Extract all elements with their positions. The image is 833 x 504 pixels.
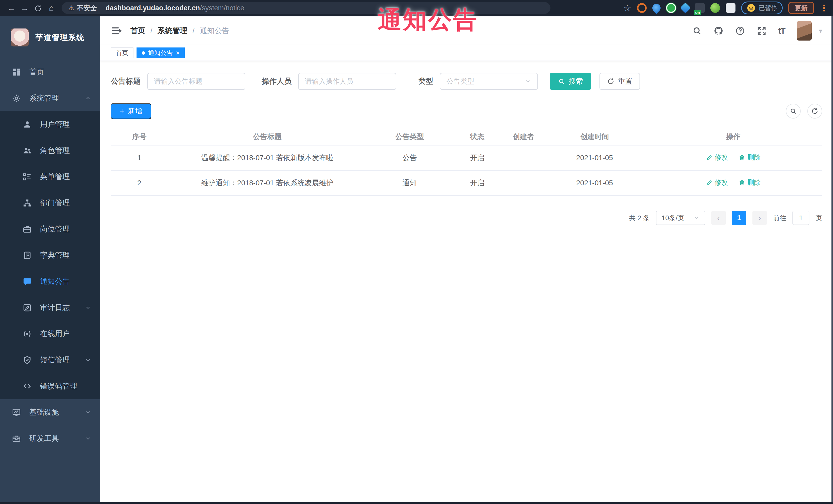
edit-button[interactable]: 修改 [706, 178, 728, 187]
app-logo [11, 28, 29, 46]
sidebar-item-sms[interactable]: 短信管理 [0, 347, 100, 373]
extension-gem-icon[interactable] [680, 3, 691, 13]
extension-icon[interactable] [637, 3, 647, 13]
pencil-icon [706, 154, 713, 161]
status-text: 开启 [452, 170, 502, 195]
help-icon[interactable] [735, 26, 745, 36]
pencil-icon [706, 179, 713, 186]
tree-list-icon [23, 172, 32, 182]
table-row: 1 温馨提醒：2018-07-01 若依新版本发布啦 公告 开启 2021-01… [111, 145, 822, 170]
next-page-button[interactable]: › [753, 211, 767, 225]
dashboard-icon [12, 68, 21, 77]
online-icon [23, 329, 32, 338]
chevron-up-icon [85, 95, 91, 102]
briefcase-icon [23, 224, 32, 234]
emoji-avatar [746, 3, 756, 13]
active-dot [142, 51, 145, 55]
tags-view: 首页 通知公告 × [100, 45, 833, 61]
org-tree-icon [23, 198, 32, 208]
title-label: 公告标题 [111, 76, 141, 87]
title-input[interactable] [147, 73, 245, 90]
col-no: 序号 [111, 128, 168, 145]
edit-button[interactable]: 修改 [706, 153, 728, 162]
type-select[interactable]: 公告类型 [440, 73, 538, 90]
user-avatar[interactable] [797, 21, 812, 41]
refresh-icon [811, 107, 818, 115]
page-content: 公告标题 操作人员 类型 公告类型 搜索 重置 [100, 61, 833, 502]
col-created: 创建时间 [545, 128, 644, 145]
search-button[interactable]: 搜索 [550, 73, 591, 90]
url-text[interactable]: dashboard.yudao.iocoder.cn/system/notice [105, 4, 244, 12]
add-button[interactable]: + 新增 [111, 103, 151, 119]
tag-notices[interactable]: 通知公告 × [137, 47, 185, 58]
annotation-overlay: 通知公告 [378, 4, 478, 36]
sidebar-item-dictionary[interactable]: 字典管理 [0, 242, 100, 268]
sidebar-item-home[interactable]: 首页 [0, 59, 100, 85]
table-header-row: 序号 公告标题 公告类型 状态 创建者 创建时间 操作 [111, 128, 822, 145]
goto-page-input[interactable] [792, 211, 809, 225]
reset-button[interactable]: 重置 [599, 73, 640, 90]
update-button[interactable]: 更新 [788, 2, 814, 14]
extensions-puzzle-icon[interactable] [726, 3, 736, 13]
refresh-table-button[interactable] [807, 104, 822, 119]
sidebar-item-notices[interactable]: 通知公告 [0, 268, 100, 295]
github-icon[interactable] [714, 26, 723, 36]
filter-form: 公告标题 操作人员 类型 公告类型 搜索 重置 [111, 73, 822, 90]
sidebar-item-roles[interactable]: 角色管理 [0, 138, 100, 164]
sidebar-item-audit-log[interactable]: 审计日志 [0, 295, 100, 321]
edit-square-icon [23, 303, 32, 312]
sidebar-item-devtools[interactable]: 研发工具 [0, 426, 100, 452]
current-page-button[interactable]: 1 [732, 211, 746, 225]
sidebar-item-infrastructure[interactable]: 基础设施 [0, 399, 100, 426]
operator-input[interactable] [298, 73, 396, 90]
col-title: 公告标题 [168, 128, 367, 145]
toggle-search-button[interactable] [786, 104, 801, 119]
sidebar-item-system[interactable]: 系统管理 [0, 85, 100, 111]
sidebar-item-online-users[interactable]: 在线用户 [0, 321, 100, 347]
chevron-down-icon [693, 215, 699, 221]
breadcrumb-home[interactable]: 首页 [130, 26, 145, 36]
chevron-down-icon [85, 409, 91, 416]
col-actions: 操作 [644, 128, 822, 145]
sidebar-item-departments[interactable]: 部门管理 [0, 190, 100, 216]
extension-on-badge: on [694, 10, 701, 15]
reload-icon[interactable] [31, 3, 45, 13]
delete-button[interactable]: 删除 [739, 153, 761, 162]
user-icon [23, 120, 32, 129]
bookmark-star-icon[interactable]: ☆ [624, 3, 631, 13]
fullscreen-icon[interactable] [757, 26, 766, 36]
avatar-caret-icon[interactable]: ▾ [819, 27, 822, 35]
delete-button[interactable]: 删除 [739, 178, 761, 187]
page-size-select[interactable]: 10条/页 [656, 211, 705, 225]
extension-green-icon[interactable] [666, 3, 676, 13]
tag-home[interactable]: 首页 [111, 47, 134, 58]
browser-menu-icon[interactable]: ⋮ [820, 3, 828, 13]
breadcrumb-system[interactable]: 系统管理 [158, 26, 187, 36]
chevron-down-icon [525, 78, 531, 85]
home-icon[interactable]: ⌂ [45, 3, 58, 13]
extension-dark-icon[interactable]: on [695, 3, 705, 13]
chevron-down-icon [85, 357, 91, 363]
col-status: 状态 [452, 128, 502, 145]
sidebar-toggle-icon[interactable] [111, 25, 122, 36]
app-logo-row[interactable]: 芋道管理系统 [0, 16, 100, 59]
refresh-icon [607, 78, 614, 85]
forward-icon[interactable]: → [18, 3, 31, 13]
sidebar-item-menus[interactable]: 菜单管理 [0, 164, 100, 190]
prev-page-button[interactable]: ‹ [711, 211, 726, 225]
back-icon[interactable]: ← [5, 3, 18, 13]
extension-leaf-icon[interactable] [710, 3, 720, 13]
window-bottom-edge [0, 502, 833, 504]
pagination: 共 2 条 10条/页 ‹ 1 › 前往 页 [111, 211, 822, 225]
search-icon[interactable] [692, 26, 702, 36]
close-icon[interactable]: × [176, 50, 180, 56]
font-size-icon[interactable]: tT [778, 26, 785, 36]
chevron-down-icon [85, 435, 91, 442]
sidebar-item-posts[interactable]: 岗位管理 [0, 216, 100, 242]
security-warning[interactable]: ⚠ 不安全 [68, 4, 97, 13]
sidebar-item-users[interactable]: 用户管理 [0, 111, 100, 138]
extension-pin-icon[interactable] [650, 2, 662, 14]
sidebar-item-error-codes[interactable]: 错误码管理 [0, 373, 100, 399]
col-creator: 创建者 [502, 128, 545, 145]
profile-paused-pill[interactable]: 已暂停 [741, 2, 783, 15]
